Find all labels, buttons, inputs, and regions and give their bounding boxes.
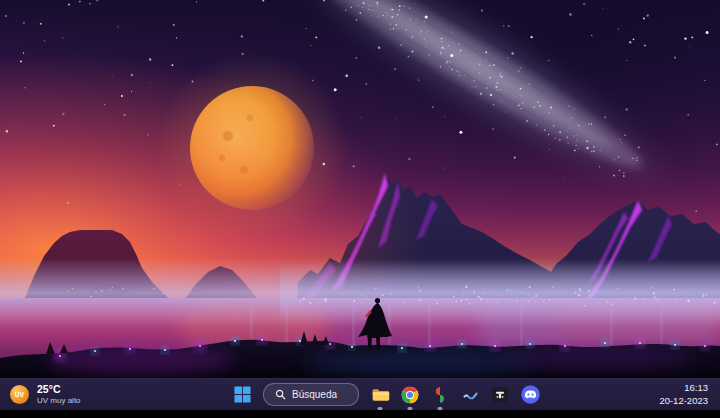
city-light	[453, 296, 455, 298]
city-light	[529, 286, 531, 288]
city-light	[461, 294, 462, 295]
city-light	[456, 301, 458, 303]
city-light	[419, 290, 421, 292]
glow-plant-core	[299, 340, 301, 342]
chrome-icon	[400, 385, 420, 405]
weather-text: 25°C UV muy alto	[37, 383, 81, 405]
city-light	[606, 301, 608, 303]
glow-plant-core	[261, 339, 263, 341]
city-light	[525, 300, 526, 301]
taskbar-app-discord[interactable]	[517, 382, 543, 408]
city-light	[381, 294, 383, 296]
glow-plant-core	[94, 350, 96, 352]
system-tray[interactable]: 16:13 20-12-2023	[647, 379, 720, 410]
city-light	[579, 290, 581, 292]
city-light	[596, 291, 597, 292]
city-light	[360, 295, 362, 297]
glow-plant-core	[704, 345, 706, 347]
city-light	[643, 298, 645, 300]
city-light	[611, 303, 613, 305]
city-light	[480, 298, 482, 300]
glow-plant-core	[564, 345, 566, 347]
weather-widget[interactable]: UV 25°C UV muy alto	[0, 379, 91, 410]
city-light	[437, 300, 438, 301]
city-light	[122, 288, 123, 289]
city-light	[501, 295, 502, 296]
city-light	[460, 300, 462, 302]
city-light	[525, 293, 526, 294]
city-light	[548, 299, 550, 301]
city-light	[67, 291, 68, 292]
search-box[interactable]: Búsqueda	[263, 383, 359, 406]
city-light	[702, 296, 703, 297]
weather-condition-label: UV muy alto	[37, 396, 81, 406]
city-light	[667, 291, 668, 292]
glow-plant-core	[429, 345, 431, 347]
city-light	[630, 297, 631, 298]
taskbar-app-dark-game[interactable]	[487, 382, 513, 408]
city-light	[310, 302, 312, 304]
discord-icon	[520, 384, 541, 405]
glow-plant-core	[129, 348, 131, 350]
city-light	[113, 290, 114, 291]
city-light	[650, 286, 652, 288]
glow-plant-core	[234, 340, 236, 342]
city-light	[473, 291, 475, 293]
city-light	[676, 298, 677, 299]
start-button[interactable]	[229, 382, 255, 408]
wallpaper-art	[0, 0, 720, 378]
taskbar-app-chrome[interactable]	[397, 382, 423, 408]
city-light	[578, 294, 580, 296]
city-light	[295, 302, 296, 303]
search-label: Búsqueda	[292, 389, 337, 400]
city-light	[153, 288, 154, 289]
glow-plant-core	[351, 346, 353, 348]
city-light	[303, 298, 305, 300]
city-light	[167, 295, 168, 296]
desktop-wallpaper[interactable]	[0, 0, 720, 378]
clock-date: 20-12-2023	[659, 395, 708, 408]
city-light	[656, 299, 658, 301]
city-light	[463, 289, 464, 290]
city-light	[318, 301, 319, 302]
glow-plant-core	[639, 342, 641, 344]
city-light	[353, 300, 355, 302]
city-light	[681, 299, 682, 300]
city-light	[529, 294, 530, 295]
city-light	[673, 289, 675, 291]
city-light	[100, 295, 101, 296]
glow-plant-core	[329, 343, 331, 345]
city-light	[436, 303, 438, 305]
glow-plant-core	[529, 343, 531, 345]
city-light	[628, 304, 629, 305]
city-light	[72, 288, 73, 289]
city-light	[535, 295, 537, 297]
city-light	[487, 301, 489, 303]
city-light	[579, 288, 581, 290]
glow-plant-core	[164, 349, 166, 351]
city-light	[349, 291, 350, 292]
city-light	[528, 301, 529, 302]
letterbox-bar	[0, 410, 720, 418]
city-light	[532, 296, 534, 298]
taskbar-app-file-explorer[interactable]	[367, 382, 393, 408]
city-light	[365, 295, 366, 296]
city-light	[432, 296, 433, 297]
city-light	[653, 296, 655, 298]
glow-plant-core	[494, 345, 496, 347]
taskbar-center: Búsqueda	[229, 379, 543, 410]
dark-game-app-icon	[490, 385, 510, 405]
clock-time: 16:13	[659, 382, 708, 395]
glow-plant-core	[199, 345, 201, 347]
city-light	[410, 298, 411, 299]
screen: UV 25°C UV muy alto Búsqued	[0, 0, 720, 418]
taskbar-app-swoosh-check[interactable]	[457, 382, 483, 408]
city-light	[465, 286, 467, 288]
city-light	[576, 296, 577, 297]
clock[interactable]: 16:13 20-12-2023	[659, 382, 708, 408]
city-light	[305, 287, 306, 288]
city-light	[520, 292, 522, 294]
taskbar-app-google-photos[interactable]	[427, 382, 453, 408]
city-light	[510, 290, 511, 291]
file-explorer-icon	[370, 384, 391, 405]
